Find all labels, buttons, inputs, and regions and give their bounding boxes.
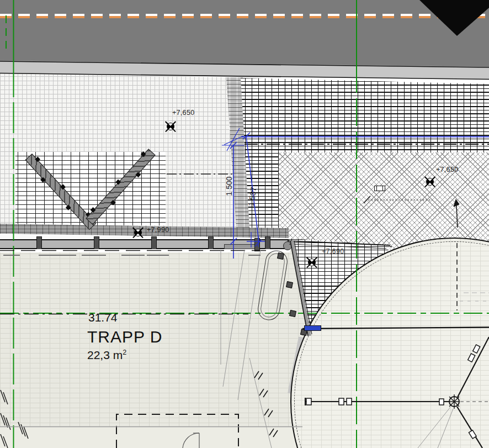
- rail-post-diagonal: [286, 281, 293, 288]
- stair-dashed-outline: [116, 414, 238, 448]
- door-swing: [183, 433, 199, 448]
- bench-symbol: [374, 186, 385, 191]
- level-label-upper-left: +7,650: [172, 109, 194, 117]
- joint-dash: [121, 255, 145, 256]
- joint-dash: [3, 255, 20, 256]
- joint-dash: [39, 255, 76, 256]
- terrace-edge-line: [302, 328, 489, 329]
- room-name: TRAPP D: [87, 328, 162, 346]
- drain-blue: [304, 325, 321, 331]
- survey-dotted-leader: [364, 196, 433, 203]
- road-edge-lines: [0, 61, 489, 80]
- circle-interior-dashes: [460, 293, 489, 301]
- room-number: 31.74: [88, 311, 118, 324]
- centerline-dashdot-black: [0, 144, 489, 314]
- canopy-spokes: [305, 337, 489, 448]
- level-benchmark-icon: [134, 229, 142, 236]
- rail-post-diagonal: [289, 310, 296, 317]
- room-area-value: 22,3 m: [87, 349, 123, 361]
- level-benchmark-icon: [426, 178, 434, 186]
- level-label-wall-edge: +7,990: [147, 226, 169, 234]
- grid-lines-green: [0, 0, 489, 448]
- up-arrow: [454, 199, 459, 228]
- rail-diagonal: [290, 241, 312, 336]
- level-label-upper-right: +7,650: [436, 166, 458, 173]
- room-area: 22,3 m2: [87, 349, 126, 362]
- level-label-stair-mid: +7,690: [322, 247, 344, 255]
- level-benchmark-icon: [167, 123, 174, 130]
- linework-overlay: [0, 0, 489, 448]
- dimension-lines-blue: [222, 128, 489, 259]
- joint-dash: [248, 255, 261, 256]
- level-benchmark-icon: [308, 259, 316, 266]
- joint-dash: [82, 255, 106, 256]
- slope-tick-marks: [1, 390, 28, 448]
- joint-dash: [147, 255, 169, 256]
- rail-post-diagonal: [277, 252, 284, 260]
- dimension-text-1500: 1 500: [225, 176, 233, 196]
- site-plan-canvas: +7,650 +7,650 +7,990 +7,690 1 500 1 537 …: [0, 0, 489, 448]
- room-area-exponent: 2: [123, 349, 126, 356]
